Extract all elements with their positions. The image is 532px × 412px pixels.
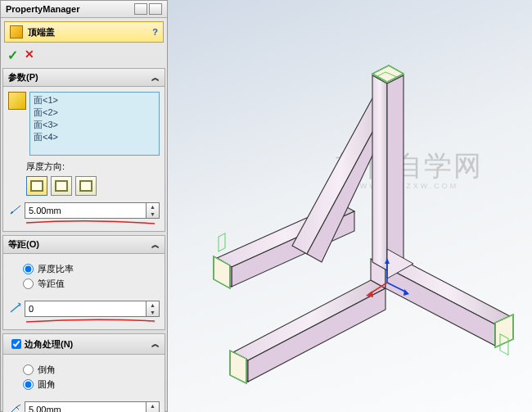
- cancel-button[interactable]: ✕: [25, 48, 34, 63]
- offset-input[interactable]: [25, 301, 147, 317]
- corner-chamfer-label: 倒角: [38, 364, 56, 376]
- property-manager-panel: PropertyManager 顶端盖 ? ✓ ✕ 参数(P) ︽: [0, 0, 168, 412]
- action-row: ✓ ✕: [1, 46, 167, 68]
- corner-chamfer-option[interactable]: 倒角: [23, 364, 156, 376]
- corner-chamfer-radio[interactable]: [23, 364, 34, 375]
- thickness-dir-inward-button[interactable]: [75, 176, 97, 196]
- corner-radius-spinner[interactable]: ▲▼: [147, 401, 160, 412]
- offset-value-option[interactable]: 等距值: [23, 278, 156, 290]
- feature-title-bar: 顶端盖 ?: [4, 21, 164, 43]
- section-params: 参数(P) ︽ 面<1> 面<2> 面<3> 面<4> 厚度方向:: [2, 68, 165, 232]
- annotation-underline: [25, 318, 156, 324]
- svg-rect-5: [219, 233, 225, 251]
- weldment-model: [168, 0, 532, 412]
- thickness-dir-outward-button[interactable]: [26, 176, 47, 196]
- thickness-dir-both-button[interactable]: [51, 176, 72, 196]
- thickness-direction-group: [26, 176, 160, 196]
- list-item[interactable]: 面<4>: [34, 131, 156, 143]
- offset-ratio-option[interactable]: 厚度比率: [23, 263, 156, 275]
- offset-ratio-label: 厚度比率: [38, 263, 74, 275]
- corner-fillet-label: 圆角: [38, 378, 56, 391]
- offset-value-radio[interactable]: [23, 278, 34, 289]
- thickness-direction-label: 厚度方向:: [26, 161, 160, 173]
- section-params-header[interactable]: 参数(P) ︽: [3, 69, 165, 87]
- thickness-input[interactable]: [25, 202, 147, 219]
- pm-header: PropertyManager: [1, 1, 167, 18]
- corner-fillet-radio[interactable]: [23, 379, 34, 390]
- thickness-icon: [8, 204, 23, 218]
- section-offset: 等距(O) ︽ 厚度比率 等距值: [2, 235, 165, 330]
- list-item[interactable]: 面<2>: [34, 106, 156, 119]
- svg-marker-24: [387, 75, 404, 270]
- offset-spinner[interactable]: ▲▼: [147, 301, 160, 317]
- annotation-underline: [25, 220, 156, 226]
- svg-marker-23: [372, 75, 387, 270]
- face-selection-list[interactable]: 面<1> 面<2> 面<3> 面<4>: [29, 92, 160, 156]
- corner-enable-checkbox[interactable]: [11, 339, 21, 349]
- feature-name: 顶端盖: [28, 26, 55, 38]
- list-item[interactable]: 面<1>: [34, 94, 156, 106]
- help-button[interactable]: ?: [152, 27, 158, 37]
- offset-value-label: 等距值: [38, 278, 65, 290]
- offset-ratio-radio[interactable]: [23, 264, 34, 274]
- pm-title: PropertyManager: [6, 4, 79, 14]
- chevron-up-icon: ︽: [151, 72, 160, 84]
- chevron-up-icon: ︽: [151, 239, 160, 251]
- pm-pin-button[interactable]: [149, 3, 162, 15]
- chevron-up-icon: ︽: [151, 338, 160, 350]
- section-offset-title: 等距(O): [8, 238, 39, 251]
- corner-radius-input[interactable]: [25, 401, 147, 412]
- section-offset-header[interactable]: 等距(O) ︽: [3, 236, 165, 254]
- list-item[interactable]: 面<3>: [34, 119, 156, 131]
- corner-fillet-option[interactable]: 圆角: [23, 378, 156, 391]
- face-selection-icon: [8, 92, 26, 110]
- model-viewport[interactable]: 软件自学网 WWW.RJZXW.COM: [168, 0, 532, 412]
- section-params-title: 参数(P): [8, 71, 38, 84]
- endcap-icon: [10, 25, 23, 38]
- thickness-spinner[interactable]: ▲▼: [147, 202, 160, 219]
- offset-icon: [8, 302, 23, 316]
- ok-button[interactable]: ✓: [7, 48, 18, 63]
- section-corner-title: 边角处理(N): [25, 338, 73, 351]
- section-corner-header[interactable]: 边角处理(N) ︽: [3, 334, 165, 355]
- corner-radius-icon: [8, 403, 23, 413]
- pm-collapse-button[interactable]: [134, 3, 147, 15]
- section-corner: 边角处理(N) ︽ 倒角 圆角: [2, 333, 165, 412]
